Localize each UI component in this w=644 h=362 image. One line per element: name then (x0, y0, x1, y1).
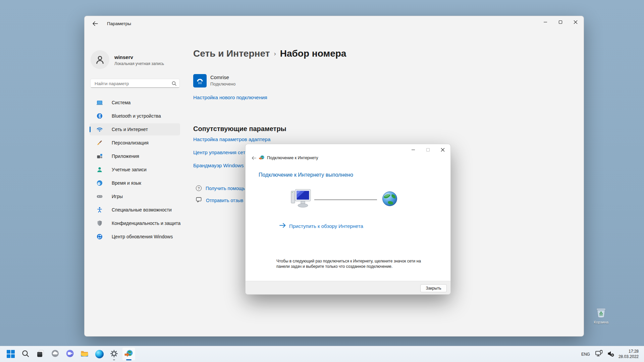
sidebar-item-accounts[interactable]: Учетные записи (90, 164, 180, 176)
sidebar-nav: Система Bluetooth и устройства Сеть и Ин… (90, 97, 180, 243)
tray-date: 28.03.2022 (619, 354, 639, 360)
maximize-button[interactable] (553, 16, 568, 28)
browse-internet-link[interactable]: Приступить к обзору Интернета (279, 223, 363, 229)
dialog-footer (246, 281, 450, 294)
update-icon (96, 233, 103, 240)
cloud-icon (51, 349, 59, 359)
search-icon (21, 350, 30, 359)
dialog-close-action-button[interactable]: Закрыть (420, 284, 447, 292)
settings-sidebar: winserv Локальная учетная запись Система… (85, 32, 185, 336)
sidebar-item-bluetooth[interactable]: Bluetooth и устройства (90, 110, 180, 122)
computer-icon (291, 189, 312, 210)
sidebar-item-privacy[interactable]: Конфиденциальность и защита (90, 217, 180, 229)
settings-titlebar[interactable]: Параметры (85, 16, 584, 32)
close-button[interactable] (568, 16, 583, 28)
avatar[interactable] (91, 50, 109, 69)
edge-browser-button[interactable] (93, 347, 106, 361)
language-indicator[interactable]: ENG (580, 352, 591, 357)
apps-icon (96, 153, 103, 160)
minimize-button[interactable] (538, 16, 553, 28)
dialup-wizard-icon (259, 155, 265, 162)
settings-search-box[interactable] (90, 79, 180, 88)
search-icon (172, 81, 176, 87)
widgets-button[interactable] (48, 347, 62, 361)
dialog-maximize-button (421, 144, 435, 156)
dialup-connection-icon (193, 74, 207, 87)
active-window-indicator (126, 359, 131, 360)
edge-icon (95, 350, 104, 358)
breadcrumb: Сеть и Интернет›Набор номера (193, 48, 346, 59)
breadcrumb-parent[interactable]: Сеть и Интернет (193, 48, 270, 59)
accessibility-icon (96, 206, 103, 213)
new-connection-link[interactable]: Настройка нового подключения (193, 95, 267, 100)
breadcrumb-separator-icon: › (270, 50, 280, 57)
user-name: winserv (114, 54, 133, 60)
sidebar-item-apps[interactable]: Приложения (90, 150, 180, 162)
dialog-close-button[interactable] (435, 144, 450, 156)
start-button[interactable] (4, 347, 17, 361)
dialup-app-button[interactable] (122, 347, 136, 361)
task-view-icon (36, 349, 45, 359)
connection-name: Comrise (210, 74, 229, 80)
sidebar-item-gaming[interactable]: Игры (90, 190, 180, 202)
shield-icon (96, 220, 103, 227)
help-icon (196, 185, 202, 191)
related-settings-title: Сопутствующие параметры (193, 125, 286, 133)
brush-icon (96, 139, 103, 146)
file-explorer-button[interactable] (78, 347, 91, 361)
bluetooth-icon (96, 113, 103, 119)
dialog-note: Чтобы в следующий раз подключиться к Инт… (276, 258, 421, 269)
system-icon (96, 99, 103, 106)
wifi-icon (96, 126, 103, 133)
windows-logo-icon (7, 350, 15, 358)
desktop: Корзина Параметры winserv Локальная учет… (0, 0, 644, 362)
settings-app-button[interactable] (107, 347, 121, 361)
gear-icon (110, 350, 118, 359)
internet-globe-icon (382, 191, 398, 208)
adapter-options-link[interactable]: Настройка параметров адаптера (193, 136, 270, 142)
sidebar-item-network[interactable]: Сеть и Интернет (90, 123, 180, 135)
gamepad-icon (96, 193, 103, 200)
search-input[interactable] (94, 79, 169, 88)
person-icon (96, 166, 103, 173)
windows-firewall-link[interactable]: Брандмауэр Windows (193, 163, 244, 168)
recycle-bin-label: Корзина (589, 320, 613, 324)
system-tray: ENG 17:28 28.03.2022 (580, 346, 639, 362)
recycle-bin[interactable]: Корзина (589, 306, 613, 327)
internet-connection-dialog: Подключение к Интернету Подключение к Ин… (245, 144, 451, 295)
sidebar-item-accessibility[interactable]: Специальные возможности (90, 204, 180, 216)
chat-button[interactable] (63, 347, 76, 361)
tray-time: 17:28 (619, 349, 639, 354)
network-tray-icon[interactable] (595, 350, 603, 359)
user-account-type: Локальная учетная запись (114, 61, 164, 66)
dialup-network-icon (124, 349, 133, 359)
dialog-back-button[interactable] (250, 155, 258, 161)
dialog-minimize-button[interactable] (406, 144, 421, 156)
clock-icon (96, 180, 103, 186)
back-arrow-icon (92, 21, 98, 27)
connection-line (314, 199, 377, 200)
volume-muted-icon[interactable] (607, 350, 614, 359)
get-help-link[interactable]: Получить помощь (196, 185, 245, 191)
taskbar-search-button[interactable] (19, 347, 32, 361)
clock[interactable]: 17:28 28.03.2022 (619, 349, 639, 359)
task-view-button[interactable] (34, 347, 47, 361)
dialog-heading: Подключение к Интернету выполнено (259, 172, 353, 178)
sidebar-item-system[interactable]: Система (90, 97, 180, 109)
dialog-title: Подключение к Интернету (267, 156, 318, 160)
folder-icon (80, 349, 89, 359)
back-button[interactable] (90, 20, 100, 28)
sidebar-item-windows-update[interactable]: Центр обновления Windows (90, 231, 180, 243)
window-title: Параметры (107, 21, 131, 26)
page-title: Набор номера (280, 48, 346, 59)
sidebar-item-personalization[interactable]: Персонализация (90, 137, 180, 149)
recycle-bin-icon (595, 314, 607, 319)
send-feedback-link[interactable]: Отправить отзыв (196, 197, 243, 204)
sidebar-item-time-language[interactable]: Время и язык (90, 177, 180, 189)
chat-video-icon (66, 349, 74, 359)
running-indicator (113, 359, 115, 360)
taskbar: ENG 17:28 28.03.2022 (0, 346, 644, 362)
feedback-icon (196, 197, 202, 204)
arrow-right-icon (279, 223, 286, 229)
connection-status: Подключено (210, 81, 235, 86)
